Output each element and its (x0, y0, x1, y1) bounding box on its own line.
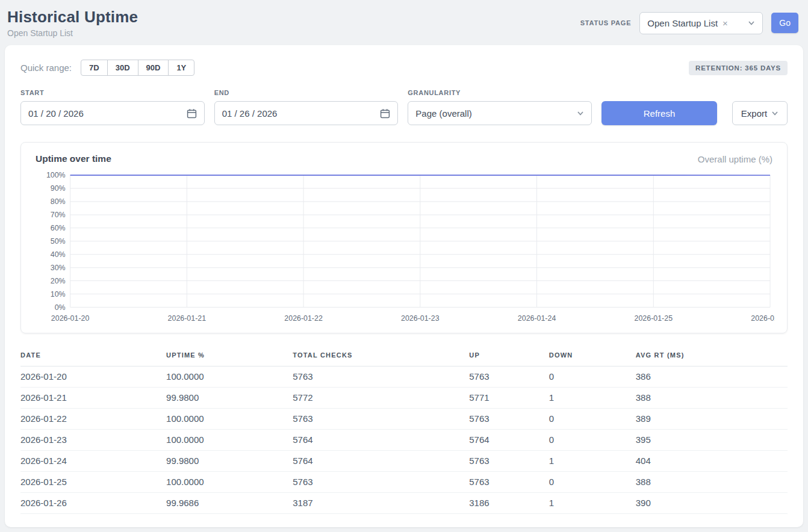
table-cell: 0 (549, 430, 636, 451)
calendar-icon[interactable] (380, 108, 390, 119)
chevron-down-icon (748, 19, 755, 26)
table-cell: 2026-01-22 (20, 409, 166, 430)
table-cell: 5772 (293, 388, 469, 409)
retention-badge: RETENTION: 365 DAYS (689, 61, 788, 75)
y-axis-tick-label: 60% (51, 224, 66, 232)
end-date-label: END (214, 89, 399, 96)
y-axis-tick-label: 90% (51, 184, 66, 193)
table-header-row: DATEUPTIME %TOTAL CHECKSUPDOWNAVG RT (MS… (20, 348, 788, 367)
table-cell: 5763 (293, 409, 469, 430)
table-cell: 0 (549, 472, 636, 493)
table-cell: 100.0000 (166, 472, 293, 493)
y-axis-tick-label: 0% (55, 303, 66, 311)
uptime-chart: 0%10%20%30%40%50%60%70%80%90%100%2026-01… (33, 170, 775, 328)
y-axis-tick-label: 30% (51, 264, 66, 272)
table-cell: 390 (636, 493, 788, 514)
export-button[interactable]: Export (732, 101, 788, 125)
filter-form-row: START 01 / 20 / 2026 END 01 / 26 / 2026 … (20, 89, 788, 125)
table-cell: 3187 (293, 493, 469, 514)
table-cell: 395 (636, 430, 788, 451)
table-cell: 5763 (293, 472, 469, 493)
table-cell: 5764 (293, 451, 469, 472)
uptime-table-section: DATEUPTIME %TOTAL CHECKSUPDOWNAVG RT (MS… (20, 348, 788, 518)
table-cell: 1 (549, 493, 636, 514)
quick-range-90d[interactable]: 90D (138, 60, 169, 76)
clear-icon[interactable]: × (723, 18, 728, 28)
quick-range-1y[interactable]: 1Y (168, 60, 194, 76)
uptime-chart-card: Uptime over time Overall uptime (%) 0%10… (20, 142, 788, 333)
table-cell: 2026-01-24 (20, 451, 166, 472)
table-header-cell: UPTIME % (166, 348, 293, 367)
calendar-icon[interactable] (187, 108, 197, 119)
table-cell: 5771 (469, 388, 549, 409)
end-date-field: END 01 / 26 / 2026 (214, 89, 399, 125)
go-button[interactable]: Go (771, 13, 798, 33)
table-row: 2026-01-2199.9800577257711388 (20, 388, 788, 409)
end-date-input[interactable]: 01 / 26 / 2026 (214, 101, 399, 125)
granularity-label: GRANULARITY (408, 89, 592, 96)
table-cell: 2026-01-23 (20, 430, 166, 451)
table-cell: 100.0000 (166, 430, 293, 451)
y-axis-tick-label: 40% (51, 250, 66, 259)
refresh-button[interactable]: Refresh (601, 101, 717, 125)
table-row: 2026-01-20100.0000576357630386 (20, 367, 788, 388)
page-subtitle: Open Startup List (7, 28, 138, 38)
header-right: STATUS PAGE Open Startup List × Go (580, 12, 798, 34)
granularity-select[interactable]: Page (overall) (408, 101, 592, 125)
table-cell: 388 (636, 388, 788, 409)
table-cell: 0 (549, 367, 636, 388)
table-cell: 388 (636, 472, 788, 493)
quick-range-label: Quick range: (20, 63, 72, 73)
status-page-select[interactable]: Open Startup List × (639, 12, 763, 34)
header-left: Historical Uptime Open Startup List (7, 8, 138, 38)
chart-header: Uptime over time Overall uptime (%) (33, 153, 775, 170)
x-axis-tick-label: 2026-01-26 (751, 314, 775, 323)
table-cell: 5763 (469, 409, 549, 430)
y-axis-tick-label: 20% (51, 277, 66, 285)
status-page-value: Open Startup List (647, 18, 718, 28)
y-axis-tick-label: 80% (51, 197, 66, 206)
table-cell: 404 (636, 451, 788, 472)
y-axis-tick-label: 50% (51, 237, 66, 246)
table-cell: 1 (549, 451, 636, 472)
table-cell: 100.0000 (166, 367, 293, 388)
start-date-field: START 01 / 20 / 2026 (20, 89, 205, 125)
start-date-input[interactable]: 01 / 20 / 2026 (20, 101, 205, 125)
page-header: Historical Uptime Open Startup List STAT… (0, 0, 808, 45)
table-row: 2026-01-2699.9686318731861390 (20, 493, 788, 514)
chevron-down-icon (771, 110, 778, 117)
uptime-table: DATEUPTIME %TOTAL CHECKSUPDOWNAVG RT (MS… (20, 348, 788, 514)
table-cell: 3186 (469, 493, 549, 514)
table-cell: 99.9800 (166, 451, 293, 472)
table-cell: 99.9686 (166, 493, 293, 514)
quick-range-7d[interactable]: 7D (81, 60, 108, 76)
table-row: 2026-01-25100.0000576357630388 (20, 472, 788, 493)
table-body: 2026-01-20100.00005763576303862026-01-21… (20, 367, 788, 514)
table-header-cell: TOTAL CHECKS (293, 348, 469, 367)
x-axis-tick-label: 2026-01-25 (635, 314, 673, 323)
table-cell: 1 (549, 388, 636, 409)
table-head: DATEUPTIME %TOTAL CHECKSUPDOWNAVG RT (MS… (20, 348, 788, 367)
table-row: 2026-01-2499.9800576457631404 (20, 451, 788, 472)
table-cell: 5763 (293, 367, 469, 388)
main-card: Quick range: 7D30D90D1Y RETENTION: 365 D… (5, 45, 803, 527)
table-row: 2026-01-22100.0000576357630389 (20, 409, 788, 430)
start-date-label: START (20, 89, 205, 96)
page-title: Historical Uptime (7, 8, 138, 26)
y-axis-tick-label: 70% (51, 211, 66, 219)
chart-title: Uptime over time (36, 153, 111, 164)
quick-range-30d[interactable]: 30D (107, 60, 138, 76)
x-axis-tick-label: 2026-01-21 (168, 314, 206, 323)
table-cell: 2026-01-21 (20, 388, 166, 409)
granularity-value: Page (overall) (415, 108, 471, 119)
table-cell: 0 (549, 409, 636, 430)
table-cell: 386 (636, 367, 788, 388)
table-header-cell: DATE (20, 348, 166, 367)
table-header-cell: DOWN (549, 348, 636, 367)
table-cell: 100.0000 (166, 409, 293, 430)
x-axis-tick-label: 2026-01-24 (518, 314, 556, 323)
status-page-label: STATUS PAGE (580, 19, 632, 26)
granularity-field: GRANULARITY Page (overall) (408, 89, 592, 125)
table-cell: 2026-01-26 (20, 493, 166, 514)
table-cell: 2026-01-25 (20, 472, 166, 493)
